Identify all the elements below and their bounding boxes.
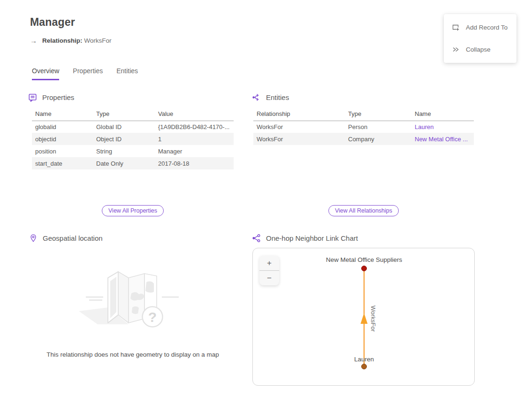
add-record-icon <box>452 23 460 31</box>
table-cell: Person <box>345 121 411 133</box>
entities-table: Relationship Type Name WorksForPersonLau… <box>253 107 474 145</box>
properties-section-header: Properties <box>28 93 74 102</box>
edge-label: WorksFor <box>370 306 377 332</box>
breadcrumb: → Relationship: WorksFor <box>30 37 112 45</box>
entities-section-title: Entities <box>266 93 289 101</box>
zoom-out-button[interactable]: − <box>259 271 279 285</box>
table-row: WorksForPersonLauren <box>253 121 474 133</box>
no-geometry-message: This relationship does not have geometry… <box>23 351 243 358</box>
table-header-row: Relationship Type Name <box>253 107 474 121</box>
table-cell: WorksFor <box>253 133 345 145</box>
table-cell: Object ID <box>93 133 155 145</box>
relationship-icon <box>252 93 261 102</box>
properties-table: Name Type Value globalidGlobal ID{1A9DB2… <box>32 107 234 169</box>
table-cell: position <box>32 145 93 157</box>
table-cell: String <box>93 145 155 157</box>
table-cell: WorksFor <box>253 121 345 133</box>
column-header: Type <box>93 107 155 121</box>
zoom-control: + − <box>259 256 279 285</box>
link-chart-icon <box>252 234 261 243</box>
page-title: Manager <box>30 16 75 29</box>
table-row: objectidObject ID1 <box>32 133 234 145</box>
collapse-icon <box>452 46 460 53</box>
column-header: Relationship <box>253 107 345 121</box>
menu-item-label: Add Record To <box>466 24 508 31</box>
link-chart-section-title: One-hop Neighbor Link Chart <box>266 234 358 242</box>
view-all-properties-button[interactable]: View All Properties <box>102 205 164 216</box>
chart-node-person[interactable] <box>362 364 367 369</box>
table-cell: 1 <box>155 133 234 145</box>
chart-node-company[interactable] <box>362 266 367 271</box>
zoom-in-button[interactable]: + <box>259 256 279 270</box>
link-chart-section-header: One-hop Neighbor Link Chart <box>252 234 358 243</box>
geospatial-section-header: Geospatial location <box>29 234 103 243</box>
relationship-detail-page: Manager → Relationship: WorksFor Add Rec… <box>0 0 532 405</box>
table-row: WorksForCompanyNew Metal Office ... <box>253 133 474 145</box>
map-placeholder-illustration: ? <box>32 260 234 345</box>
table-cell: Global ID <box>93 121 155 133</box>
table-cell: objectid <box>32 133 93 145</box>
table-cell: Manager <box>155 145 234 157</box>
menu-item-collapse[interactable]: Collapse <box>444 38 517 61</box>
table-cell: Lauren <box>411 121 474 133</box>
svg-text:?: ? <box>148 309 157 325</box>
edge-arrowhead <box>361 313 368 324</box>
menu-item-label: Collapse <box>466 46 491 53</box>
entity-link[interactable]: New Metal Office ... <box>415 136 468 143</box>
view-all-relationships-button[interactable]: View All Relationships <box>328 205 399 216</box>
right-arrow-icon: → <box>30 37 37 45</box>
column-header: Type <box>345 107 411 121</box>
table-header-row: Name Type Value <box>32 107 234 121</box>
table-row: positionStringManager <box>32 145 234 157</box>
tab-bar: Overview Properties Entities <box>32 67 138 80</box>
column-header: Name <box>411 107 474 121</box>
link-chart-canvas[interactable]: WorksFor New Metal Office Suppliers Laur… <box>252 248 475 386</box>
menu-item-add-record-to[interactable]: Add Record To <box>444 16 517 38</box>
context-menu: Add Record To Collapse <box>444 14 517 63</box>
relationship-value: WorksFor <box>84 37 111 44</box>
entity-link[interactable]: Lauren <box>415 123 433 130</box>
pin-icon <box>29 234 38 243</box>
table-cell: 2017-08-18 <box>155 157 234 169</box>
table-row: start_dateDate Only2017-08-18 <box>32 157 234 169</box>
table-row: globalidGlobal ID{1A9DB2B6-D482-4170-... <box>32 121 234 133</box>
column-header: Name <box>32 107 93 121</box>
node-label-person: Lauren <box>354 356 374 363</box>
table-cell: Company <box>345 133 411 145</box>
table-cell: {1A9DB2B6-D482-4170-... <box>155 121 234 133</box>
entities-section-header: Entities <box>252 93 289 102</box>
table-cell: New Metal Office ... <box>411 133 474 145</box>
geospatial-section-title: Geospatial location <box>43 234 103 242</box>
table-cell: globalid <box>32 121 93 133</box>
tab-properties[interactable]: Properties <box>73 67 103 80</box>
relationship-label: Relationship: <box>42 37 83 44</box>
note-icon <box>28 93 37 102</box>
node-label-company: New Metal Office Suppliers <box>326 256 403 263</box>
properties-section-title: Properties <box>42 93 74 101</box>
tab-entities[interactable]: Entities <box>116 67 138 80</box>
tab-overview[interactable]: Overview <box>32 67 59 80</box>
column-header: Value <box>155 107 234 121</box>
table-cell: Date Only <box>93 157 155 169</box>
table-cell: start_date <box>32 157 93 169</box>
